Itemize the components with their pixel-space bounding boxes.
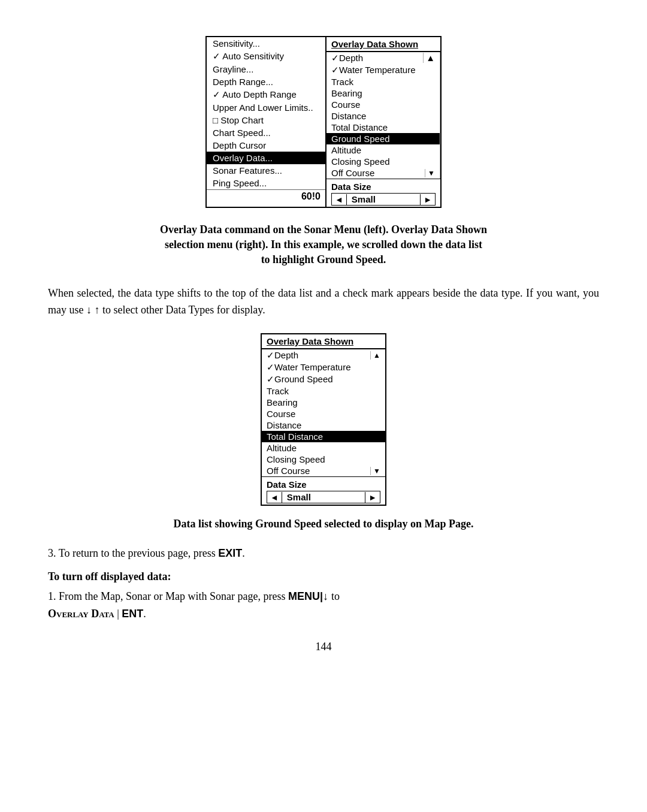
overlay-item-closing-speed[interactable]: Closing Speed [326,156,440,167]
overlay2-list: ✓Depth ▲ ✓Water Temperature ✓Ground Spee… [262,349,385,476]
overlay-item-bearing[interactable]: Bearing [326,87,440,99]
data-size-value2: Small [282,491,365,503]
screenshot2-container: Overlay Data Shown ✓Depth ▲ ✓Water Tempe… [48,333,599,506]
overlay-panel-right: Overlay Data Shown ✓Depth ▲ ✓Water Tempe… [326,37,440,207]
overlay2-item-depth[interactable]: ✓Depth ▲ [262,349,385,361]
overlay-item-track[interactable]: Track [326,76,440,87]
caption2: Data list showing Ground Speed selected … [48,518,599,530]
screenshot1: Sensitivity... ✓ Auto Sensitivity Grayli… [48,36,599,208]
step4-heading: To turn off displayed data: [48,570,599,583]
data-size-control2[interactable]: ◄ Small ► [267,491,380,503]
overlay2-item-altitude[interactable]: Altitude [262,442,385,454]
data-size-label2: Data Size [267,479,380,490]
overlay-panel2: Overlay Data Shown ✓Depth ▲ ✓Water Tempe… [261,333,386,506]
sonar-value: 60!0 [301,191,321,202]
menu-item-overlay-data[interactable]: Overlay Data... [207,152,325,164]
page-number: 144 [48,641,599,653]
menu-item-chart-speed[interactable]: Chart Speed... [207,126,325,139]
menu-item-sensitivity[interactable]: Sensitivity... [207,37,325,50]
menu-item-stop-chart[interactable]: □ Stop Chart [207,114,325,126]
overlay2-item-water-temp[interactable]: ✓Water Temperature [262,361,385,373]
overlay-item-course[interactable]: Course [326,99,440,110]
step3-key: EXIT [218,547,242,559]
overlay-item-depth[interactable]: ✓Depth ▲ [326,52,440,64]
menu-item-grayline[interactable]: Grayline... [207,63,325,76]
menu-item-auto-sensitivity[interactable]: ✓ Auto Sensitivity [207,50,325,63]
step4-key2: Overlay Data [48,608,114,620]
overlay-item-total-distance[interactable]: Total Distance [326,122,440,133]
step3: 3. To return to the previous page, press… [48,545,599,562]
left-menu-panel: Sensitivity... ✓ Auto Sensitivity Grayli… [207,37,326,207]
data-size-value: Small [347,194,420,205]
data-size-section2: Data Size ◄ Small ► [262,476,385,505]
menu-item-auto-depth-range[interactable]: ✓ Auto Depth Range [207,88,325,101]
overlay2-item-track[interactable]: Track [262,385,385,397]
data-size-section: Data Size ◄ Small ► [326,179,440,207]
menu-item-sonar-features[interactable]: Sonar Features... [207,164,325,177]
overlay2-item-closing-speed[interactable]: Closing Speed [262,454,385,465]
data-size-arrow-left2[interactable]: ◄ [267,492,282,503]
overlay2-item-off-course[interactable]: Off Course ▼ [262,465,385,476]
sonar-footer: 60!0 [207,189,325,203]
body-text1: When selected, the data type shifts to t… [48,285,599,319]
step4-key3: ENT [122,608,143,620]
overlay-item-ground-speed[interactable]: Ground Speed [326,133,440,144]
overlay2-item-course[interactable]: Course [262,408,385,419]
menus-wrapper: Sensitivity... ✓ Auto Sensitivity Grayli… [205,36,442,208]
overlay-item-off-course[interactable]: Off Course ▼ [326,167,440,179]
data-size-label: Data Size [331,182,436,192]
overlay-item-distance[interactable]: Distance [326,110,440,122]
menu-item-ping-speed[interactable]: Ping Speed... [207,177,325,189]
caption1: Overlay Data command on the Sonar Menu (… [48,222,599,268]
step4-key1: MENU|↓ [288,590,331,602]
data-size-control[interactable]: ◄ Small ► [331,193,436,206]
overlay2-item-distance[interactable]: Distance [262,419,385,431]
overlay-list: ✓Depth ▲ ✓Water Temperature Track Bearin… [326,52,440,179]
overlay2-item-total-distance[interactable]: Total Distance [262,431,385,442]
menu-item-depth-range[interactable]: Depth Range... [207,76,325,88]
data-size-arrow-right[interactable]: ► [420,194,435,205]
data-size-arrow-left[interactable]: ◄ [332,194,347,205]
step4-body: 1. From the Map, Sonar or Map with Sonar… [48,588,599,623]
overlay2-item-ground-speed[interactable]: ✓Ground Speed [262,373,385,385]
overlay-item-altitude[interactable]: Altitude [326,144,440,156]
menu-item-depth-cursor[interactable]: Depth Cursor [207,139,325,152]
overlay-item-water-temp[interactable]: ✓Water Temperature [326,64,440,76]
overlay-header: Overlay Data Shown [326,37,440,52]
menu-item-upper-lower[interactable]: Upper And Lower Limits.. [207,101,325,114]
overlay2-item-bearing[interactable]: Bearing [262,397,385,408]
overlay2-header: Overlay Data Shown [262,334,385,349]
data-size-arrow-right2[interactable]: ► [365,492,380,503]
